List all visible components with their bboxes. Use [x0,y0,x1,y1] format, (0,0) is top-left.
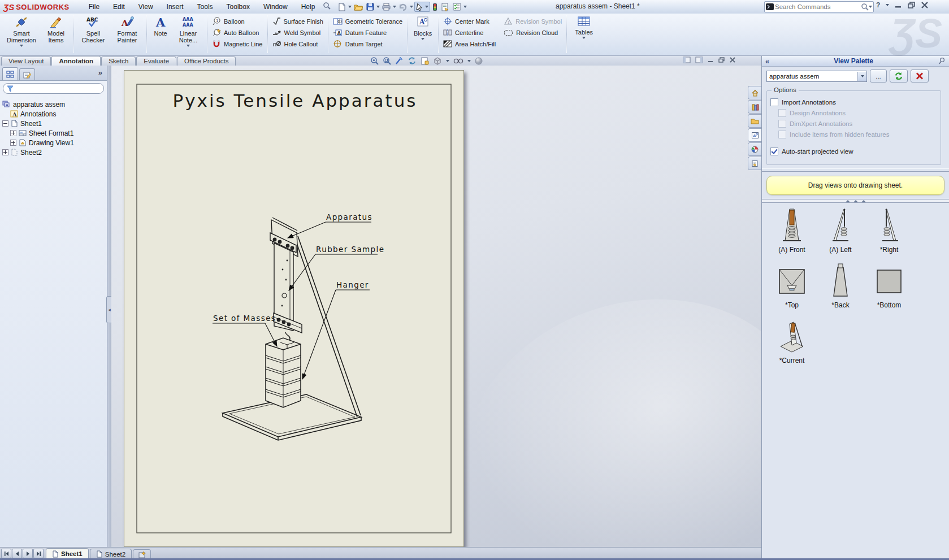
sheet2-tab[interactable]: Sheet2 [90,549,132,559]
next-sheet-button[interactable] [23,549,33,558]
close-palette-button[interactable] [911,70,929,83]
menu-insert[interactable]: Insert [161,2,189,12]
model-items-button[interactable]: Model Items [41,14,71,55]
first-sheet-button[interactable] [1,549,11,558]
custom-properties-tab-button[interactable] [748,157,761,170]
pane-split-right-icon[interactable] [695,57,703,63]
search-dropdown-icon[interactable] [869,6,872,8]
restore-button[interactable] [908,2,916,8]
menu-file[interactable]: File [83,2,105,12]
area-hatch-button[interactable]: Area Hatch/Fill [441,39,498,49]
geometric-tolerance-button[interactable]: Geometric Tolerance [331,16,405,26]
view-thumb-current[interactable]: *Current [768,317,816,364]
search-magnifier-icon[interactable] [861,3,869,11]
auto-balloon-button[interactable]: Auto Balloon [210,28,265,37]
linear-note-dropdown-icon[interactable] [187,45,190,47]
help-button[interactable]: ? [876,1,880,9]
design-library-tab-button[interactable] [748,100,761,114]
surface-finish-button[interactable]: Surface Finish [270,16,326,26]
view-thumb-bottom[interactable]: *Bottom [865,262,913,309]
balloon-button[interactable]: 1 Balloon [210,16,265,26]
format-painter-button[interactable]: A Format Painter [110,14,144,55]
revision-cloud-button[interactable]: Revision Cloud [501,28,564,37]
hole-callout-button[interactable]: Hole Callout [270,39,326,49]
menu-edit[interactable]: Edit [107,2,131,12]
checkbox-include-hidden[interactable]: Include items from hidden features [778,131,937,138]
pane-section-splitter[interactable] [762,199,949,203]
graphics-viewport[interactable]: Pyxis Tensile Apparatus [111,66,761,547]
menu-search-icon[interactable] [323,2,331,12]
datum-target-button[interactable]: Datum Target [331,39,405,49]
magnetic-line-button[interactable]: Magnetic Line [210,39,265,49]
view-cube-icon[interactable] [433,57,442,65]
appearances-tab-button[interactable] [748,142,761,156]
help-dropdown-icon[interactable] [886,4,889,6]
tab-office-products[interactable]: Office Products [177,57,236,66]
browse-button[interactable]: ... [870,70,887,83]
note-button[interactable]: A Note [149,14,172,55]
menu-view[interactable]: View [133,2,159,12]
command-search-input[interactable] [774,3,861,11]
options-dropdown-icon[interactable] [463,6,467,8]
doc-restore-icon[interactable] [718,57,725,63]
view-thumb-left[interactable]: (A) Left [816,206,865,254]
open-button[interactable] [353,2,364,11]
tab-view-layout[interactable]: View Layout [1,57,51,66]
smart-dimension-button[interactable]: Smart Dimension [2,14,41,55]
tab-evaluate[interactable]: Evaluate [136,57,176,66]
print-dropdown-icon[interactable] [393,6,396,8]
combobox-dropdown-button[interactable] [857,72,866,81]
tree-item-sheet-format1[interactable]: Sheet Format1 [10,128,106,138]
weld-symbol-button[interactable]: Weld Symbol [270,28,326,37]
undo-dropdown-icon[interactable] [410,6,413,8]
checkbox-autostart-projected[interactable]: Auto-start projected view [770,147,937,155]
file-explorer-tab-button[interactable] [748,114,761,128]
tree-item-annotations[interactable]: A Annotations [10,109,106,119]
dimxpert-annotations-checkbox[interactable] [778,120,786,128]
checkbox-import-annotations[interactable]: Import Annotations [770,98,937,106]
label-rubber-sample[interactable]: Rubber Sample [316,245,384,254]
expand-expander-icon[interactable] [10,130,16,136]
rebuild-traffic-light-button[interactable] [431,2,439,12]
options-checklist-button[interactable] [452,2,462,11]
label-hanger[interactable]: Hanger [336,280,369,289]
view-palette-tab-button[interactable] [748,128,761,142]
expand-expander-icon[interactable] [2,149,8,155]
sheet1-tab[interactable]: Sheet1 [46,548,89,559]
last-sheet-button[interactable] [33,549,44,558]
view-settings-glasses-icon[interactable] [453,57,463,64]
drawing-sheet[interactable]: Pyxis Tensile Apparatus [124,70,464,547]
tab-sketch[interactable]: Sketch [101,57,136,66]
new-document-button[interactable] [337,2,347,12]
linear-note-button[interactable]: AAAAAA Linear Note... [172,14,205,55]
menu-tools[interactable]: Tools [192,2,219,12]
minimize-button[interactable] [895,2,902,8]
tab-annotation[interactable]: Annotation [51,56,101,66]
save-dropdown-icon[interactable] [376,6,380,8]
expand-expander-icon[interactable] [10,140,16,146]
center-mark-button[interactable]: Center Mark [441,16,498,26]
undo-button[interactable] [397,2,409,11]
new-dropdown-icon[interactable] [348,6,352,8]
label-apparatus[interactable]: Apparatus [326,212,372,222]
add-sheet-button[interactable] [133,549,151,559]
blocks-button[interactable]: A Blocks [410,14,436,55]
view-settings-dropdown-icon[interactable] [467,60,471,62]
tree-root-apparatus-assem[interactable]: apparatus assem [2,99,106,109]
document-combobox[interactable]: apparatus assem [766,71,867,82]
collapse-chevrons-icon[interactable]: « [765,57,769,66]
file-properties-button[interactable] [440,2,450,12]
view-cube-dropdown-icon[interactable] [446,60,449,62]
view-thumb-right[interactable]: *Right [865,206,913,254]
zoom-area-icon[interactable] [383,57,391,65]
tree-filter-input[interactable] [16,85,100,93]
select-tool-button[interactable] [414,2,430,12]
property-manager-tab[interactable] [19,68,35,80]
home-tab-button[interactable] [748,86,761,99]
import-annotations-checkbox[interactable] [770,98,778,106]
checkbox-design-annotations[interactable]: Design Annotations [778,109,937,117]
panel-expand-chevrons[interactable]: » [98,68,102,77]
menu-help[interactable]: Help [296,2,321,12]
tables-dropdown-icon[interactable] [582,37,586,39]
tree-item-sheet2[interactable]: Sheet2 [2,147,106,157]
